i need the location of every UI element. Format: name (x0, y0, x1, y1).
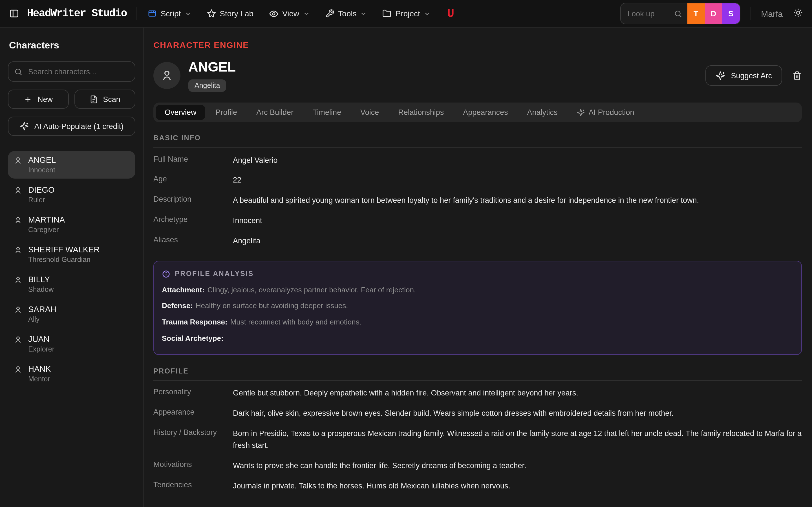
analysis-title: PROFILE ANALYSIS (175, 270, 254, 278)
sidebar-title: Characters (9, 40, 134, 51)
analysis-row-defense-: Defense:Healthy on surface but avoiding … (162, 301, 794, 312)
chevron-down-icon (184, 10, 192, 17)
brand-mark-u: U (447, 7, 454, 20)
delete-character-button[interactable] (792, 71, 802, 80)
analysis-value: Clingy, jealous, overanalyzes partner be… (207, 285, 416, 294)
character-title-block: ANGEL Angelita (188, 59, 236, 92)
quick-button-t[interactable]: T (687, 3, 705, 24)
quick-button-s[interactable]: S (722, 3, 740, 24)
info-row-appearance: AppearanceDark hair, olive skin, express… (153, 404, 802, 424)
character-item-archetype: Shadow (28, 286, 54, 293)
new-character-button[interactable]: New (8, 90, 69, 109)
document-icon (89, 95, 98, 103)
info-label: Full Name (153, 155, 233, 163)
theme-toggle-button[interactable] (794, 8, 803, 19)
nav-item-project[interactable]: Project (383, 9, 431, 18)
header-actions: Suggest Arc (705, 65, 802, 86)
character-item-angel[interactable]: ANGELInnocent (8, 151, 135, 179)
eye-icon (269, 9, 278, 18)
lookup-input[interactable] (620, 3, 673, 24)
tab-overview[interactable]: Overview (156, 105, 206, 120)
info-value: Born in Presidio, Texas to a prosperous … (233, 429, 802, 452)
character-item-text: DIEGORuler (28, 185, 54, 204)
character-item-archetype: Explorer (28, 345, 54, 353)
info-value: Angelita (233, 235, 802, 247)
person-icon (13, 156, 22, 165)
character-item-text: MARTINACaregiver (28, 215, 65, 234)
body-row: Characters New Scan AI Auto-Populate (1 … (0, 27, 812, 507)
character-search-input[interactable] (27, 67, 129, 76)
quick-buttons: TDS (687, 3, 740, 24)
app-window: HeadWriter Studio ScriptStory LabViewToo… (0, 0, 812, 507)
tab-voice[interactable]: Voice (351, 105, 388, 120)
nav-menu: ScriptStory LabViewToolsProject (148, 9, 446, 18)
info-row-motivations: MotivationsWants to prove she can handle… (153, 456, 802, 476)
info-value: Journals in private. Talks to the horses… (233, 481, 802, 492)
nav-item-tools[interactable]: Tools (325, 9, 367, 18)
tab-appearances[interactable]: Appearances (454, 105, 517, 120)
nav-item-label: View (282, 9, 299, 18)
person-icon (13, 305, 22, 314)
tab-ai-production[interactable]: AI Production (568, 105, 644, 120)
sidebar-toggle-button[interactable] (6, 5, 22, 22)
sparkles-icon (577, 108, 585, 116)
person-icon (13, 216, 22, 225)
character-item-juan[interactable]: JUANExplorer (8, 330, 135, 358)
suggest-arc-button[interactable]: Suggest Arc (705, 65, 782, 86)
info-label: Motivations (153, 460, 233, 469)
tab-label: Relationships (398, 108, 444, 117)
trash-icon (792, 71, 802, 80)
tab-label: Voice (360, 108, 379, 117)
analysis-row-trauma-response-: Trauma Response:Must reconnect with body… (162, 318, 794, 328)
character-search-box (8, 61, 135, 82)
nav-item-label: Story Lab (220, 9, 253, 18)
tab-relationships[interactable]: Relationships (389, 105, 453, 120)
nav-item-view[interactable]: View (269, 9, 310, 18)
scan-button[interactable]: Scan (74, 90, 135, 109)
tab-label: Arc Builder (256, 108, 294, 117)
analysis-label: Trauma Response: (162, 318, 227, 327)
nav-item-script[interactable]: Script (148, 9, 192, 18)
search-icon (673, 3, 687, 24)
tab-label: Timeline (313, 108, 341, 117)
character-item-text: ANGELInnocent (28, 156, 56, 174)
person-icon (160, 69, 174, 82)
tab-profile[interactable]: Profile (207, 105, 246, 120)
info-value: A beautiful and spirited young woman tor… (233, 195, 802, 207)
character-item-martina[interactable]: MARTINACaregiver (8, 211, 135, 238)
tab-label: Appearances (463, 108, 508, 117)
info-label: History / Backstory (153, 429, 233, 437)
tab-arc-builder[interactable]: Arc Builder (247, 105, 303, 120)
character-item-sheriff-walker[interactable]: SHERIFF WALKERThreshold Guardian (8, 240, 135, 268)
nav-item-story-lab[interactable]: Story Lab (207, 9, 253, 18)
info-row-full-name: Full NameAngel Valerio (153, 151, 802, 171)
sparkles-icon (716, 71, 725, 80)
character-item-sarah[interactable]: SARAHAlly (8, 300, 135, 328)
info-row-age: Age22 (153, 171, 802, 191)
character-item-name: BILLY (28, 275, 54, 284)
tab-timeline[interactable]: Timeline (304, 105, 350, 120)
character-item-name: MARTINA (28, 215, 65, 224)
wrench-icon (325, 9, 334, 18)
main-content: CHARACTER ENGINE ANGEL Angelita Suggest … (144, 27, 812, 507)
character-item-billy[interactable]: BILLYShadow (8, 270, 135, 298)
character-item-diego[interactable]: DIEGORuler (8, 181, 135, 209)
ai-auto-populate-button[interactable]: AI Auto-Populate (1 credit) (8, 117, 135, 136)
person-icon (13, 335, 22, 344)
character-item-archetype: Ally (28, 316, 56, 323)
nav-item-label: Script (161, 9, 181, 18)
character-item-hank[interactable]: HANKMentor (8, 360, 135, 388)
character-item-archetype: Innocent (28, 166, 56, 174)
tab-analytics[interactable]: Analytics (518, 105, 566, 120)
panel-left-icon (9, 8, 19, 18)
character-item-name: JUAN (28, 335, 54, 344)
characters-sidebar: Characters New Scan AI Auto-Populate (1 … (0, 27, 144, 507)
quick-button-d[interactable]: D (705, 3, 722, 24)
tab-label: AI Production (589, 108, 635, 117)
character-item-name: ANGEL (28, 156, 56, 165)
person-icon (13, 365, 22, 374)
character-list: ANGELInnocentDIEGORulerMARTINACaregiverS… (8, 145, 135, 395)
plus-icon (24, 95, 33, 103)
analysis-label: Social Archetype: (162, 334, 223, 342)
nav-item-label: Tools (338, 9, 356, 18)
